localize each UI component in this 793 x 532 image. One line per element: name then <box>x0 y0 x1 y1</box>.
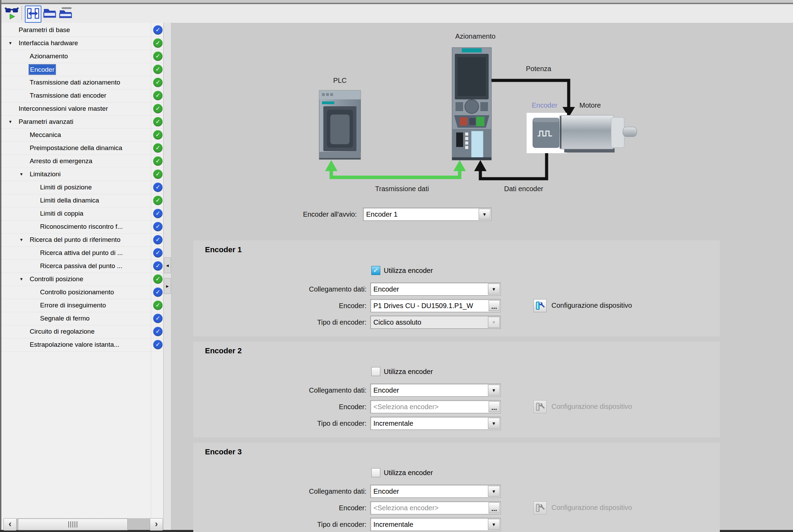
sidebar-item-limitazioni[interactable]: ▼Limitazioni✓ <box>1 168 163 181</box>
monitor-values-button[interactable] <box>4 6 19 21</box>
status-ok-icon: ✓ <box>153 156 163 166</box>
sidebar-item-label: Encoder <box>29 64 56 75</box>
dropdown-arrow-icon[interactable]: ▼ <box>488 385 500 396</box>
dropdown-arrow-icon[interactable]: ▼ <box>488 418 500 429</box>
dropdown-arrow-icon[interactable]: ▼ <box>479 209 490 220</box>
status-ok-icon: ✓ <box>153 274 163 284</box>
browse-button[interactable]: ... <box>489 300 500 311</box>
expand-arrow-icon[interactable]: ▼ <box>19 273 23 286</box>
encoder-type-select[interactable]: Incrementale▼ <box>370 417 501 430</box>
sidebar-item-preimpostazione-della-dinamica[interactable]: Preimpostazione della dinamica✓ <box>1 141 163 155</box>
encoder-field[interactable]: P1 Drives CU - DU1509.1.P1_W... <box>370 299 501 312</box>
status-ok-icon: ✓ <box>153 51 163 61</box>
device-config-icon <box>533 400 547 413</box>
use-encoder-checkbox[interactable] <box>371 367 380 376</box>
data-connection-select[interactable]: Encoder▼ <box>370 485 501 498</box>
dropdown-arrow-icon[interactable]: ▼ <box>488 519 500 530</box>
data-connection-select[interactable]: Encoder▼ <box>370 384 501 397</box>
sidebar-item-limiti-di-posizione[interactable]: Limiti di posizione✓ <box>1 181 163 194</box>
status-ok-icon: ✓ <box>153 130 163 139</box>
dropdown-arrow-icon[interactable]: ▼ <box>488 486 500 497</box>
sidebar-item-interfaccia-hardware[interactable]: ▼Interfaccia hardware✓ <box>1 37 163 50</box>
pane-splitter[interactable]: ◀ ▶ <box>163 23 172 530</box>
sidebar-item-limiti-di-coppia[interactable]: Limiti di coppia✓ <box>1 207 163 220</box>
data-connection-select-value: Encoder <box>371 283 487 295</box>
sidebar-item-trasmissione-dati-encoder[interactable]: Trasmissione dati encoder✓ <box>1 89 163 102</box>
expand-arrow-icon[interactable]: ▼ <box>19 168 23 181</box>
sidebar-item-azionamento[interactable]: Azionamento✓ <box>1 50 163 63</box>
sidebar-item-ricerca-passiva-del-punto[interactable]: Ricerca passiva del punto ...✓ <box>1 259 163 273</box>
sidebar-item-encoder[interactable]: Encoder✓ <box>1 63 163 76</box>
sidebar-item-label: Parametri di base <box>18 25 71 35</box>
use-encoder-checkbox[interactable]: ✓ <box>371 266 380 275</box>
data-connection-select[interactable]: Encoder▼ <box>370 283 501 296</box>
sidebar-item-segnale-di-fermo[interactable]: Segnale di fermo✓ <box>1 312 163 325</box>
sidebar-item-circuito-di-regolazione[interactable]: Circuito di regolazione✓ <box>1 325 163 338</box>
sidebar-item-parametri-di-base[interactable]: Parametri di base✓ <box>1 23 163 37</box>
encoder-field[interactable]: <Seleziona encoder>... <box>370 400 501 413</box>
dropdown-arrow-icon[interactable]: ▼ <box>488 284 500 295</box>
device-config-icon[interactable] <box>533 299 547 312</box>
use-encoder-label: Utilizza encoder <box>384 367 433 376</box>
scroll-right-button[interactable]: › <box>150 518 163 531</box>
scrollbar-thumb[interactable] <box>18 519 128 530</box>
browse-button[interactable]: ... <box>489 502 500 513</box>
sidebar-item-label: Limiti della dinamica <box>39 195 100 205</box>
sidebar-item-label: Limiti di coppia <box>39 208 85 218</box>
sidebar-item-ricerca-del-punto-di-riferimento[interactable]: ▼Ricerca del punto di riferimento✓ <box>1 233 163 247</box>
sidebar-item-trasmissione-dati-azionamento[interactable]: Trasmissione dati azionamento✓ <box>1 76 163 89</box>
browse-button[interactable]: ... <box>489 401 500 412</box>
sidebar-item-label: Meccanica <box>29 130 62 140</box>
data-connection-label: Collegamento dati: <box>207 485 366 498</box>
sidebar-item-label: Ricerca attiva del punto di ... <box>39 248 124 258</box>
toolbar <box>1 4 793 23</box>
function-view-window: Parametri di base✓▼Interfaccia hardware✓… <box>0 0 793 532</box>
encoder-field-value: P1 Drives CU - DU1509.1.P1_W <box>371 299 488 312</box>
dropdown-arrow-icon: ▼ <box>488 317 500 328</box>
sidebar-item-controlli-posizione[interactable]: ▼Controlli posizione✓ <box>1 273 163 286</box>
sidebar-item-riconoscimento-riscontro-f[interactable]: Riconoscimento riscontro f...✓ <box>1 220 163 234</box>
sidebar-item-meccanica[interactable]: Meccanica✓ <box>1 128 163 142</box>
sidebar-item-limiti-della-dinamica[interactable]: Limiti della dinamica✓ <box>1 194 163 207</box>
expand-arrow-icon[interactable]: ▼ <box>8 37 12 50</box>
sidebar-item-label: Ricerca del punto di riferimento <box>29 235 121 245</box>
sidebar-item-estrapolazione-valore-istanta[interactable]: Estrapolazione valore istanta...✓ <box>1 338 163 352</box>
startup-encoder-select[interactable]: Encoder 1 ▼ <box>363 208 491 221</box>
device-config-label: Configurazione dispositivo <box>551 501 632 514</box>
startup-encoder-label: Encoder all'avvio: <box>238 208 357 221</box>
sidebar-item-label: Limitazioni <box>29 169 62 179</box>
status-default-icon: ✓ <box>153 183 163 192</box>
data-connection-label: Collegamento dati: <box>207 384 366 397</box>
power-label: Potenza <box>526 65 551 73</box>
sidebar-item-arresto-di-emergenza[interactable]: Arresto di emergenza✓ <box>1 155 163 168</box>
open-folder-button[interactable] <box>42 6 57 21</box>
split-view-icon <box>26 7 40 22</box>
encoder-type-select[interactable]: Ciclico assoluto▼ <box>370 316 501 329</box>
status-ok-icon: ✓ <box>153 65 163 74</box>
sidebar-item-label: Circuito di regolazione <box>29 326 96 336</box>
expand-arrow-icon[interactable]: ▼ <box>8 115 12 128</box>
collapse-left-button[interactable]: ◀ <box>164 257 171 273</box>
panel-encoder-1: Encoder 1✓Utilizza encoderCollegamento d… <box>193 240 720 336</box>
sidebar-item-label: Controlli posizione <box>29 274 84 284</box>
power-line <box>490 80 575 117</box>
expand-arrow-icon[interactable]: ▼ <box>19 233 23 246</box>
status-default-icon: ✓ <box>153 235 163 244</box>
sidebar-item-interconnessioni-valore-master[interactable]: Interconnessioni valore master✓ <box>1 102 163 116</box>
use-encoder-checkbox[interactable] <box>371 468 380 477</box>
sidebar-item-controllo-posizionamento[interactable]: Controllo posizionamento✓ <box>1 286 163 299</box>
sidebar-item-errore-di-inseguimento[interactable]: Errore di inseguimento✓ <box>1 299 163 312</box>
close-folder-button[interactable] <box>58 6 73 21</box>
encoder-type-select[interactable]: Incrementale▼ <box>370 518 501 531</box>
encoder-type-select-value: Incrementale <box>371 518 487 531</box>
sidebar-item-label: Arresto di emergenza <box>29 156 94 166</box>
status-ok-icon: ✓ <box>153 196 163 205</box>
sidebar-item-parametri-avanzati[interactable]: ▼Parametri avanzati✓ <box>1 115 163 129</box>
encoder-field-label: Encoder: <box>207 501 366 514</box>
sidebar-item-ricerca-attiva-del-punto-di[interactable]: Ricerca attiva del punto di ...✓ <box>1 246 163 260</box>
encoder-type-label: Tipo di encoder: <box>207 518 366 531</box>
encoder-field[interactable]: <Seleziona encoder>... <box>370 501 501 514</box>
scroll-left-button[interactable]: ‹ <box>3 518 17 531</box>
collapse-right-button[interactable]: ▶ <box>164 278 171 294</box>
split-view-button[interactable] <box>25 6 41 23</box>
